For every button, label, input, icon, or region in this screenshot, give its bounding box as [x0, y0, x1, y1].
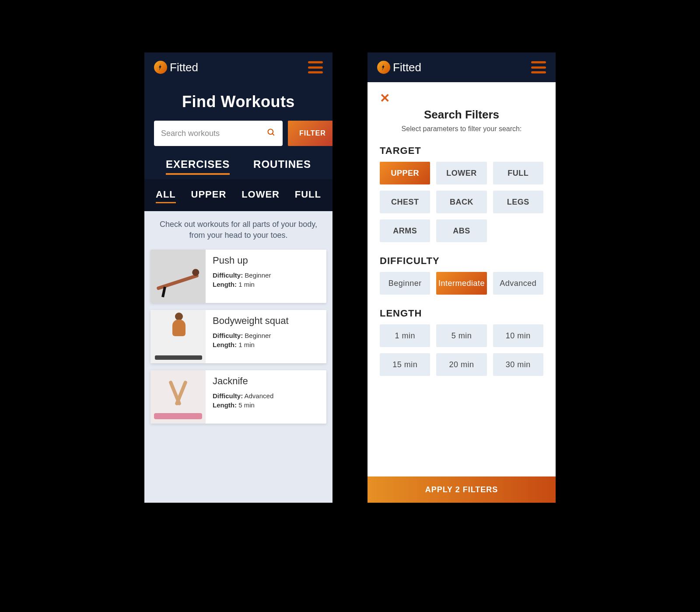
chip-len-10[interactable]: 10 min — [493, 324, 543, 347]
workout-card-body: Jacknife Difficulty: Advanced Length: 5 … — [206, 370, 326, 424]
tab-routines[interactable]: ROUTINES — [253, 158, 311, 175]
workout-meta: Difficulty: Beginner Length: 1 min — [213, 271, 319, 289]
length-label: Length: — [213, 281, 237, 288]
app-header: Fitted — [144, 52, 332, 82]
difficulty-value: Beginner — [245, 271, 271, 279]
hero-section: Find Workouts FILTER EXERCISES ROUTINES — [144, 82, 332, 179]
phone-search-filters: Fitted ✕ Search Filters Select parameter… — [368, 52, 556, 503]
workout-meta: Difficulty: Beginner Length: 1 min — [213, 331, 319, 349]
section-label-length: LENGTH — [380, 308, 543, 319]
section-label-difficulty: DIFFICULTY — [380, 255, 543, 267]
brand: Fitted — [154, 61, 198, 74]
brand-name: Fitted — [170, 61, 198, 74]
workout-title: Jacknife — [213, 376, 319, 387]
chip-target-upper[interactable]: UPPER — [380, 162, 430, 184]
subtab-all[interactable]: ALL — [156, 189, 176, 203]
main-tabs: EXERCISES ROUTINES — [154, 158, 323, 179]
length-value: 5 min — [238, 401, 255, 409]
search-box[interactable] — [154, 121, 283, 146]
workout-meta: Difficulty: Advanced Length: 5 min — [213, 391, 319, 410]
difficulty-value: Advanced — [245, 392, 274, 400]
close-icon[interactable]: ✕ — [380, 91, 393, 105]
brand: Fitted — [377, 61, 421, 74]
app-logo-icon — [377, 61, 390, 74]
length-label: Length: — [213, 341, 237, 348]
chip-target-back[interactable]: BACK — [436, 191, 486, 213]
chip-diff-beginner[interactable]: Beginner — [380, 272, 430, 295]
target-chip-grid: UPPER LOWER FULL CHEST BACK LEGS ARMS AB… — [380, 162, 543, 242]
app-header: Fitted — [368, 52, 556, 82]
chip-len-5[interactable]: 5 min — [436, 324, 486, 347]
subtab-full[interactable]: FULL — [295, 189, 321, 203]
search-input[interactable] — [161, 129, 262, 138]
chip-target-legs[interactable]: LEGS — [493, 191, 543, 213]
chip-len-1[interactable]: 1 min — [380, 324, 430, 347]
difficulty-chip-grid: Beginner Intermediate Advanced — [380, 272, 543, 295]
difficulty-label: Difficulty: — [213, 332, 243, 339]
filter-panel: ✕ Search Filters Select parameters to fi… — [368, 82, 556, 503]
chip-target-full[interactable]: FULL — [493, 162, 543, 184]
workout-card[interactable]: Bodyweight squat Difficulty: Beginner Le… — [150, 310, 326, 363]
workout-thumbnail — [150, 370, 206, 424]
chip-len-20[interactable]: 20 min — [436, 353, 486, 376]
chip-diff-advanced[interactable]: Advanced — [493, 272, 543, 295]
svg-point-0 — [268, 129, 273, 134]
chip-len-15[interactable]: 15 min — [380, 353, 430, 376]
chip-target-abs[interactable]: ABS — [436, 219, 486, 242]
svg-line-1 — [273, 133, 274, 135]
menu-icon[interactable] — [308, 61, 323, 73]
chip-target-lower[interactable]: LOWER — [436, 162, 486, 184]
section-label-target: TARGET — [380, 145, 543, 156]
menu-icon[interactable] — [531, 61, 546, 73]
chip-diff-intermediate[interactable]: Intermediate — [436, 272, 486, 295]
workout-card[interactable]: Push up Difficulty: Beginner Length: 1 m… — [150, 250, 326, 303]
workout-list-area: Check out workouts for all parts of your… — [144, 211, 332, 503]
length-chip-grid: 1 min 5 min 10 min 15 min 20 min 30 min — [380, 324, 543, 376]
chip-target-arms[interactable]: ARMS — [380, 219, 430, 242]
length-label: Length: — [213, 401, 237, 409]
chip-len-30[interactable]: 30 min — [493, 353, 543, 376]
subtab-lower[interactable]: LOWER — [242, 189, 280, 203]
phone-find-workouts: Fitted Find Workouts FILTER EXERCISES RO… — [144, 52, 332, 503]
tab-exercises[interactable]: EXERCISES — [166, 158, 230, 175]
page-title: Find Workouts — [154, 93, 323, 111]
difficulty-label: Difficulty: — [213, 271, 243, 279]
chip-target-chest[interactable]: CHEST — [380, 191, 430, 213]
app-logo-icon — [154, 61, 167, 74]
difficulty-value: Beginner — [245, 332, 271, 339]
brand-name: Fitted — [393, 61, 421, 74]
workout-title: Push up — [213, 255, 319, 266]
workout-thumbnail — [150, 250, 206, 303]
filter-title: Search Filters — [380, 108, 543, 122]
workout-card-body: Bodyweight squat Difficulty: Beginner Le… — [206, 310, 326, 363]
intro-text: Check out workouts for all parts of your… — [150, 219, 326, 241]
sub-tabs: ALL UPPER LOWER FULL — [144, 179, 332, 211]
workout-title: Bodyweight squat — [213, 315, 319, 327]
workout-thumbnail — [150, 310, 206, 363]
workout-card[interactable]: Jacknife Difficulty: Advanced Length: 5 … — [150, 370, 326, 424]
length-value: 1 min — [238, 341, 255, 348]
search-icon[interactable] — [267, 128, 276, 139]
difficulty-label: Difficulty: — [213, 392, 243, 400]
apply-filters-button[interactable]: APPLY 2 FILTERS — [368, 476, 556, 503]
filter-button[interactable]: FILTER — [288, 121, 332, 146]
subtab-upper[interactable]: UPPER — [191, 189, 227, 203]
length-value: 1 min — [238, 281, 255, 288]
filter-subtitle: Select parameters to filter your search: — [380, 125, 543, 133]
workout-card-body: Push up Difficulty: Beginner Length: 1 m… — [206, 250, 326, 303]
search-row: FILTER — [154, 121, 323, 146]
